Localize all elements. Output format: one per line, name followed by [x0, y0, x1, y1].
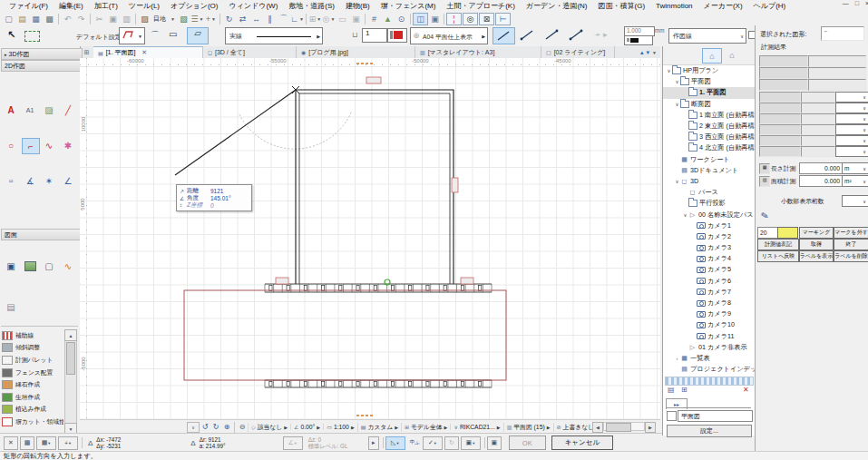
- tree-item[interactable]: ∨HP用プラン: [663, 65, 755, 76]
- quick-option-7[interactable]: ▥平面図 (15)▶: [503, 423, 553, 432]
- tree-item[interactable]: カメラ7: [663, 287, 755, 298]
- camera-gray-icon[interactable]: ▣: [349, 13, 363, 24]
- line-double-button[interactable]: [541, 27, 562, 43]
- length-unit-combo[interactable]: m∨: [842, 162, 868, 174]
- drawing-canvas[interactable]: -60000-55000-50000-45000 1000050000-5000…: [80, 58, 660, 419]
- tree-item[interactable]: ◻パース: [663, 187, 755, 198]
- menu-item-14[interactable]: メーカー(X): [698, 1, 748, 11]
- tree-item[interactable]: ▤3Dドキュメント: [663, 165, 755, 176]
- tree-item[interactable]: カメラ3: [663, 242, 755, 253]
- paste-icon[interactable]: ▥: [120, 13, 133, 24]
- measure-button-ラベルを表示[interactable]: ラベルを表示: [799, 250, 834, 262]
- area-icon[interactable]: ▧: [759, 176, 770, 187]
- joint-icon[interactable]: ▨: [138, 13, 151, 24]
- tool-drawing-sheet-icon[interactable]: ▤: [3, 299, 19, 314]
- stretch-icon[interactable]: ↔: [249, 13, 263, 24]
- tool-label-icon[interactable]: A1: [22, 103, 38, 117]
- measure-button-計測値表記[interactable]: 計測値表記: [757, 239, 799, 250]
- cut-icon[interactable]: ✂: [93, 13, 106, 24]
- tree-item[interactable]: 3 西立面 (自動再構築): [663, 132, 755, 142]
- fillet-icon[interactable]: ⌒: [277, 13, 290, 24]
- ok-button[interactable]: OK: [509, 436, 546, 450]
- view-tab-5[interactable]: ▢[02 ライティング]: [541, 46, 615, 58]
- panel-drag-bar[interactable]: [665, 377, 754, 386]
- toolbox-group-sheet[interactable]: 図面: [1, 229, 83, 240]
- zoom-fit-icon[interactable]: ⊖: [237, 422, 248, 432]
- tool-point-icon[interactable]: ✱: [60, 138, 76, 152]
- tool-circle-icon[interactable]: ○: [3, 138, 19, 152]
- view-tab-1[interactable]: ▤[1. 平面図]✕: [93, 46, 203, 58]
- tree-item[interactable]: ∨▷00 名称未設定パス: [663, 209, 755, 220]
- tree-item[interactable]: 1. 平面図: [663, 87, 755, 98]
- tree-item[interactable]: カメラ9: [663, 308, 755, 319]
- quick-option-5[interactable]: ⊞モデル全体▶: [401, 423, 450, 432]
- arc-tool-icon[interactable]: ⌒: [151, 29, 160, 42]
- copy-icon[interactable]: ▣: [106, 13, 120, 24]
- grid-snap-icon[interactable]: ▦ ▼: [36, 436, 56, 450]
- trash-icon[interactable]: ⊠: [479, 13, 494, 25]
- tool-image-icon[interactable]: [22, 259, 38, 273]
- decimals-combo[interactable]: ∨: [842, 195, 868, 207]
- tool-spline-icon[interactable]: ∿: [41, 138, 57, 152]
- cancel-button[interactable]: キャンセル: [551, 436, 613, 450]
- measure-icon[interactable]: ∟▼: [290, 13, 304, 24]
- detail-toggle-icon[interactable]: ▣: [487, 436, 502, 450]
- menu-item-5[interactable]: オプション(O): [165, 1, 224, 11]
- fence-tool-icon[interactable]: ☰▼: [190, 13, 204, 24]
- delta-ra-readout[interactable]: Δr: 9121a: 214.99°: [200, 436, 256, 450]
- zoom-next-icon[interactable]: ↻: [210, 422, 221, 432]
- tree-item[interactable]: カメラ4: [663, 253, 755, 264]
- tree-item[interactable]: ›▦一覧表: [663, 353, 755, 364]
- menu-item-3[interactable]: 加工(T): [89, 1, 123, 11]
- tab-scroll-controls[interactable]: ▴▾▼: [637, 46, 660, 58]
- quick-tool-hojo[interactable]: 補助線: [0, 329, 63, 342]
- restore-icon[interactable]: □: [855, 0, 859, 6]
- result-unit-combo[interactable]: ∨: [835, 124, 868, 135]
- fit-view-icon[interactable]: ⊢: [495, 13, 511, 25]
- result-unit-combo[interactable]: ∨: [835, 103, 868, 113]
- tree-item[interactable]: カメラ1: [663, 220, 755, 231]
- tree-item[interactable]: 2 東立面 (自動再構築): [663, 121, 755, 132]
- tool-angle-dimension-icon[interactable]: ∠: [60, 173, 76, 188]
- quick-tool-ikegaki[interactable]: 生垣作成: [0, 391, 63, 404]
- tool-polyline-icon[interactable]: ⌐: [22, 138, 40, 154]
- tree-item[interactable]: カメラ10: [663, 319, 755, 330]
- rectangle-tool-icon[interactable]: ▭: [169, 29, 177, 39]
- menu-item-6[interactable]: ウィンドウ(W): [224, 1, 284, 11]
- measure-button-終了[interactable]: 終了: [834, 239, 868, 250]
- measure-button-マーキング[interactable]: マーキング: [799, 227, 834, 239]
- tracker-toggle-icon[interactable]: ◺ ▼: [385, 436, 405, 450]
- line-single-button[interactable]: [493, 27, 515, 44]
- undo-icon[interactable]: ↶: [61, 13, 74, 24]
- quick-tool-uekomi[interactable]: 植込み作成: [0, 404, 63, 416]
- result-unit-combo[interactable]: ∨: [835, 113, 868, 124]
- frame-snap-icon[interactable]: ▣ ▼: [461, 436, 481, 450]
- tree-item[interactable]: カメラ5: [663, 264, 755, 275]
- toolbox-group-3d[interactable]: ▸3D作図: [1, 48, 83, 60]
- menu-item-8[interactable]: 建物(B): [340, 1, 375, 11]
- new-file-icon[interactable]: ▢: [2, 13, 15, 24]
- quick-option-3[interactable]: ▭1:100▶: [323, 424, 357, 430]
- tool-hatch-icon[interactable]: ▨: [41, 103, 57, 117]
- quick-tool-fence[interactable]: フェンス配置: [0, 367, 63, 379]
- quick-tools-scrollbar[interactable]: ▲ ▼: [64, 329, 77, 435]
- zoom-search-icon[interactable]: ⊙: [395, 13, 408, 24]
- group-gray-icon[interactable]: ⊞▼: [308, 13, 322, 24]
- quick-option-4[interactable]: ▤カスタム▶: [357, 423, 401, 432]
- rotate-snap-icon[interactable]: ↻: [444, 436, 459, 450]
- cursor-arrow-icon[interactable]: ↖: [7, 29, 15, 41]
- marker-color-button[interactable]: [777, 227, 798, 239]
- area-unit-combo[interactable]: m²∨: [842, 175, 868, 187]
- pen-color-button[interactable]: [387, 28, 407, 43]
- menu-item-4[interactable]: ツール(L): [123, 1, 165, 11]
- tool-text-icon[interactable]: A: [3, 103, 19, 117]
- minimize-icon[interactable]: —: [843, 0, 849, 6]
- quick-tool-heicut[interactable]: 塀カット・領域指定: [0, 416, 63, 428]
- pen-number-input[interactable]: 1: [362, 28, 387, 43]
- print-icon[interactable]: ▩: [43, 13, 56, 24]
- settings-button[interactable]: 設定...: [667, 425, 752, 437]
- result-unit-combo[interactable]: ∨: [835, 146, 868, 157]
- menu-item-1[interactable]: ファイル(F): [4, 1, 54, 11]
- tool-dimension-icon[interactable]: ¹²: [3, 173, 19, 188]
- tree-item[interactable]: 1 南立面 (自動再構築): [663, 110, 755, 121]
